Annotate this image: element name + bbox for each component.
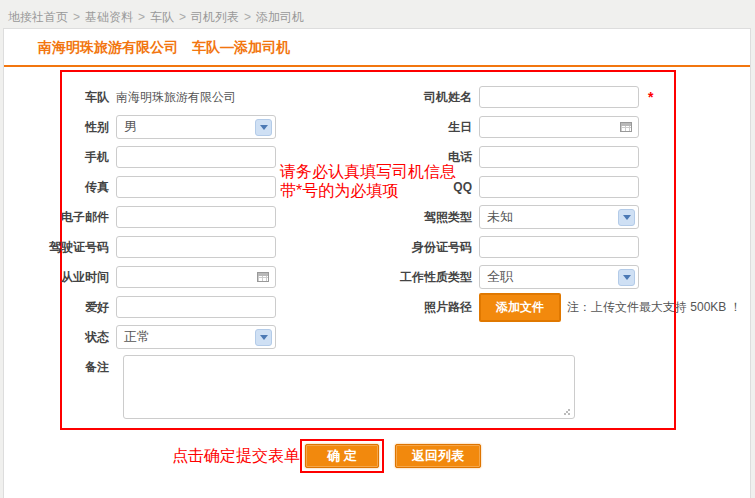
license-type-label: 驾照类型	[372, 209, 472, 226]
confirm-highlight-box: 确 定	[300, 439, 384, 473]
form-annotation-line2: 带*号的为必填项	[280, 181, 456, 200]
page-title: 南海明珠旅游有限公司 车队—添加司机	[4, 29, 750, 67]
breadcrumb-driver-list[interactable]: 司机列表	[191, 10, 239, 24]
breadcrumb: 地接社首页>基础资料>车队>司机列表>添加司机	[0, 0, 755, 26]
fleet-value: 南海明珠旅游有限公司	[116, 89, 236, 106]
confirm-button[interactable]: 确 定	[305, 444, 379, 468]
work-since-input[interactable]	[116, 266, 276, 288]
form-row-remark: 备注	[64, 355, 674, 423]
gender-selected-value: 男	[124, 118, 137, 136]
id-number-input[interactable]	[479, 236, 639, 258]
breadcrumb-basic-data[interactable]: 基础资料	[85, 10, 133, 24]
driver-form: 车队 南海明珠旅游有限公司 司机姓名 * 性别 男	[60, 70, 676, 430]
work-since-label: 从业时间	[64, 269, 109, 286]
form-actions: 点击确定提交表单 确 定 返回列表	[172, 439, 481, 473]
birthday-input[interactable]	[479, 116, 639, 138]
add-file-button[interactable]: 添加文件	[479, 293, 561, 322]
breadcrumb-home[interactable]: 地接社首页	[8, 10, 68, 24]
chevron-down-icon[interactable]	[618, 209, 635, 226]
gender-select[interactable]: 男	[116, 115, 276, 139]
form-annotation-line1: 请务必认真填写司机信息	[280, 162, 456, 181]
form-row-hobby-photo: 爱好 照片路径 添加文件 注：上传文件最大支持 500KB ！	[64, 292, 674, 322]
mobile-input[interactable]	[116, 146, 276, 168]
driver-name-label: 司机姓名	[372, 89, 472, 106]
calendar-icon[interactable]	[257, 272, 269, 282]
photo-path-label: 照片路径	[372, 299, 472, 316]
breadcrumb-separator: >	[73, 10, 80, 24]
calendar-icon[interactable]	[620, 122, 632, 132]
id-number-label: 身份证号码	[372, 239, 472, 256]
birthday-label: 生日	[372, 119, 472, 136]
phone-input[interactable]	[479, 146, 639, 168]
form-row-status: 状态 正常	[64, 322, 674, 352]
submit-annotation: 点击确定提交表单	[172, 446, 300, 467]
back-to-list-button[interactable]: 返回列表	[395, 444, 481, 468]
email-label: 电子邮件	[64, 209, 109, 226]
license-type-select[interactable]: 未知	[479, 205, 639, 229]
gender-label: 性别	[64, 119, 109, 136]
fleet-label: 车队	[64, 89, 109, 106]
breadcrumb-add-driver: 添加司机	[256, 10, 304, 24]
license-number-input[interactable]	[116, 236, 276, 258]
chevron-down-icon[interactable]	[255, 119, 272, 136]
status-select[interactable]: 正常	[116, 325, 276, 349]
chevron-down-icon[interactable]	[255, 329, 272, 346]
breadcrumb-separator: >	[244, 10, 251, 24]
form-row-license-id: 驾驶证号码 身份证号码	[64, 232, 674, 262]
license-number-label: 驾驶证号码	[64, 239, 109, 256]
breadcrumb-fleet[interactable]: 车队	[150, 10, 174, 24]
license-type-selected-value: 未知	[487, 208, 513, 226]
breadcrumb-separator: >	[179, 10, 186, 24]
content-panel: 南海明珠旅游有限公司 车队—添加司机 车队 南海明珠旅游有限公司 司机姓名 * …	[3, 28, 751, 498]
breadcrumb-separator: >	[138, 10, 145, 24]
remark-label: 备注	[64, 359, 109, 376]
qq-input[interactable]	[479, 176, 639, 198]
remark-textarea[interactable]	[123, 355, 575, 419]
form-row-gender-birthday: 性别 男 生日	[64, 112, 674, 142]
upload-size-note: 注：上传文件最大支持 500KB ！	[567, 299, 742, 316]
form-row-email-license-type: 电子邮件 驾照类型 未知	[64, 202, 674, 232]
job-type-select[interactable]: 全职	[479, 265, 639, 289]
fax-input[interactable]	[116, 176, 276, 198]
email-input[interactable]	[116, 206, 276, 228]
mobile-label: 手机	[64, 149, 109, 166]
status-selected-value: 正常	[124, 328, 150, 346]
job-type-selected-value: 全职	[487, 268, 513, 286]
form-row-fleet-name: 车队 南海明珠旅游有限公司 司机姓名 *	[64, 82, 674, 112]
form-row-worktime-jobtype: 从业时间 工作性质类型 全职	[64, 262, 674, 292]
fax-label: 传真	[64, 179, 109, 196]
hobby-label: 爱好	[64, 299, 109, 316]
driver-name-input[interactable]	[479, 86, 639, 108]
resize-grip-icon[interactable]	[568, 413, 570, 415]
required-asterisk: *	[648, 89, 653, 105]
status-label: 状态	[64, 329, 109, 346]
hobby-input[interactable]	[116, 296, 276, 318]
chevron-down-icon[interactable]	[618, 269, 635, 286]
form-annotation: 请务必认真填写司机信息 带*号的为必填项	[280, 162, 456, 200]
job-type-label: 工作性质类型	[372, 269, 472, 286]
